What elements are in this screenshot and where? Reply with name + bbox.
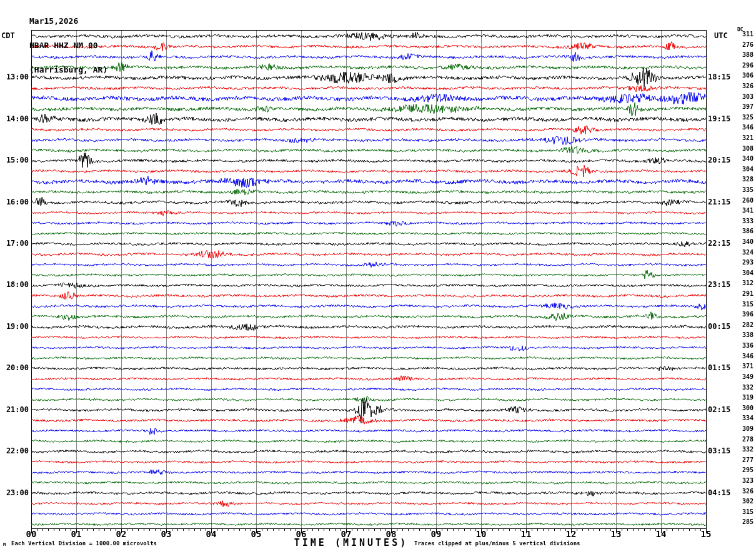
utc-time-label: 23:15 (708, 280, 737, 289)
minute-tick-label: 13 (606, 530, 626, 538)
utc-time-label: 20:15 (708, 156, 737, 164)
dc-offset-value: 260 (736, 197, 754, 204)
dc-offset-value: 278 (736, 436, 754, 443)
dc-offset-value: 328 (736, 176, 754, 183)
minute-tick-label: 09 (426, 530, 446, 538)
cdt-axis-label: CDT (1, 31, 15, 40)
cdt-time-label: 17:00 (0, 239, 29, 248)
minute-tick-label: 11 (516, 530, 536, 538)
dc-offset-value: 315 (736, 508, 754, 515)
minute-tick-label: 01 (66, 530, 86, 538)
dc-offset-value: 319 (736, 394, 754, 401)
minute-tick-label: 04 (201, 530, 221, 538)
dc-offset-value: 396 (736, 311, 754, 318)
helicorder-page: Mar15,2026 HBAR HHZ NM 00 (Harrisburg, A… (0, 0, 756, 554)
dc-offset-value: 332 (736, 446, 754, 453)
dc-offset-value: 334 (736, 415, 754, 421)
minute-tick-label: 14 (651, 530, 671, 538)
dc-offset-value: 346 (736, 124, 754, 131)
minute-tick-label: 12 (561, 530, 581, 538)
dc-offset-value: 309 (736, 425, 754, 432)
cdt-time-label: 21:00 (0, 405, 29, 414)
cdt-time-label: 20:00 (0, 363, 29, 372)
dc-offset-value: 326 (736, 83, 754, 89)
dc-offset-value: 335 (736, 186, 754, 193)
cdt-time-label: 15:00 (0, 156, 29, 164)
dc-offset-value: 315 (736, 301, 754, 308)
watermark-glyph: M (3, 542, 6, 547)
dc-offset-value: 388 (736, 51, 754, 58)
clipping-note: Traces clipped at plus/minus 5 vertical … (414, 540, 580, 546)
utc-time-label: 22:15 (708, 239, 737, 248)
page-title: Mar15,2026 HBAR HHZ NM 00 (Harrisburg, A… (29, 1, 107, 90)
dc-offset-value: 312 (736, 280, 754, 286)
cdt-time-label: 23:00 (0, 488, 29, 497)
utc-time-label: 04:15 (708, 488, 737, 497)
utc-time-label: 18:15 (708, 73, 737, 81)
dc-offset-value: 296 (736, 62, 754, 69)
utc-time-label: 03:15 (708, 446, 737, 455)
dc-offset-value: 308 (736, 145, 754, 152)
dc-offset-value: 340 (736, 155, 754, 162)
dc-offset-value: 295 (736, 466, 754, 473)
utc-axis-label: UTC (714, 31, 728, 40)
dc-offset-value: 323 (736, 477, 754, 484)
utc-time-label: 01:15 (708, 363, 737, 372)
dc-offset-value: 306 (736, 72, 754, 79)
title-date: Mar15,2026 (29, 17, 107, 25)
dc-offset-value: 293 (736, 259, 754, 266)
dc-offset-value: 371 (736, 363, 754, 370)
dc-offset-value: 336 (736, 342, 754, 349)
seismogram-canvas (0, 0, 756, 554)
dc-offset-value: 303 (736, 93, 754, 100)
minute-tick-label: 05 (246, 530, 266, 538)
dc-offset-value: 397 (736, 103, 754, 110)
dc-offset-value: 346 (736, 353, 754, 360)
utc-time-label: 21:15 (708, 198, 737, 206)
dc-offset-value: 341 (736, 207, 754, 214)
dc-offset-value: 321 (736, 134, 754, 141)
dc-offset-value: 325 (736, 114, 754, 121)
utc-time-label: 19:15 (708, 114, 737, 123)
dc-offset-value: 349 (736, 373, 754, 380)
dc-offset-value: 276 (736, 41, 754, 48)
dc-offset-value: 304 (736, 166, 754, 173)
minute-tick-label: 03 (156, 530, 176, 538)
cdt-time-label: 19:00 (0, 322, 29, 331)
minute-tick-label: 15 (696, 530, 716, 538)
cdt-time-label: 22:00 (0, 446, 29, 455)
dc-offset-value: 340 (736, 238, 754, 245)
dc-offset-value: 386 (736, 228, 754, 234)
dc-offset-value: 304 (736, 269, 754, 276)
cdt-time-label: 14:00 (0, 114, 29, 123)
dc-offset-value: 338 (736, 331, 754, 338)
cdt-time-label: 18:00 (0, 280, 29, 289)
vertical-division-note: Each Vertical Division = 1000.00 microvo… (11, 540, 157, 546)
utc-time-label: 02:15 (708, 405, 737, 414)
dc-offset-value: 333 (736, 218, 754, 224)
minute-tick-label: 02 (111, 530, 131, 538)
minute-tick-label: 10 (471, 530, 491, 538)
dc-offset-value: 324 (736, 249, 754, 256)
title-location: (Harrisburg, AR) (29, 66, 107, 74)
minute-tick-label: 00 (21, 530, 41, 538)
cdt-time-label: 13:00 (0, 73, 29, 81)
title-station: HBAR HHZ NM 00 (29, 41, 107, 49)
dc-offset-value: 282 (736, 321, 754, 328)
dc-offset-value: 291 (736, 290, 754, 297)
dc-offset-value: 285 (736, 518, 754, 525)
cdt-time-label: 16:00 (0, 198, 29, 206)
x-axis-title: TIME (MINUTES) (286, 537, 417, 548)
dc-offset-value: 300 (736, 405, 754, 411)
utc-time-label: 00:15 (708, 322, 737, 331)
dc-offset-value: 326 (736, 488, 754, 495)
dc-offset-value: 302 (736, 498, 754, 505)
dc-offset-value: 311 (736, 31, 754, 38)
dc-offset-value: 332 (736, 384, 754, 391)
dc-offset-value: 277 (736, 456, 754, 463)
